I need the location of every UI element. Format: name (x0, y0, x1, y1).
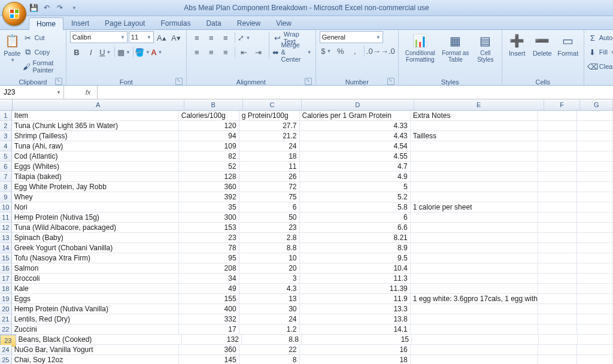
copy-button[interactable]: ⧉Copy (23, 46, 62, 59)
col-header[interactable]: A (13, 99, 184, 110)
name-box[interactable]: ▼ (0, 86, 64, 99)
cell[interactable]: 10.4 (300, 263, 411, 274)
cell[interactable]: 5.8 (300, 202, 411, 213)
cell[interactable] (538, 355, 577, 364)
cell[interactable] (538, 202, 577, 213)
cell[interactable]: 11.39 (300, 284, 411, 294)
cell[interactable]: 8.21 (300, 233, 411, 243)
cell[interactable] (411, 172, 538, 182)
cut-button[interactable]: ✂Cut (23, 31, 62, 44)
cell[interactable]: 109 (179, 141, 239, 151)
align-center-button[interactable]: ≡ (205, 46, 218, 59)
cell[interactable] (539, 335, 578, 345)
dialog-launcher-icon[interactable]: ⤡ (305, 78, 312, 85)
cell[interactable]: 35 (179, 202, 239, 213)
row-header[interactable]: 14 (0, 243, 12, 253)
cell[interactable] (538, 233, 577, 243)
tab-page-layout[interactable]: Page Layout (97, 17, 153, 29)
cell[interactable]: Greek Yogurt (Chobani Vanilla) (12, 243, 179, 253)
cell[interactable] (538, 111, 577, 121)
cell[interactable]: 300 (179, 213, 239, 223)
cell[interactable]: 1 egg white: 3.6gpro 17cals, 1 egg with … (411, 294, 538, 304)
cell[interactable] (538, 141, 577, 151)
tab-home[interactable]: Home (29, 17, 63, 30)
dialog-launcher-icon[interactable]: ⤡ (175, 78, 183, 85)
cell[interactable]: 30 (239, 304, 300, 314)
cell[interactable]: 4.9 (300, 172, 411, 182)
cell[interactable] (411, 253, 538, 263)
cell[interactable]: 17 (179, 324, 239, 335)
bold-button[interactable]: B (70, 46, 83, 59)
cell[interactable] (577, 274, 613, 284)
cell[interactable]: 5 (300, 182, 411, 192)
cell[interactable]: 21.2 (239, 131, 300, 141)
cell[interactable]: g Protein/100g (239, 111, 300, 121)
cell[interactable]: Egg White Protein, Jay Robb (12, 182, 179, 192)
cell[interactable] (578, 335, 613, 345)
cell[interactable]: 3 (239, 274, 300, 284)
undo-icon[interactable]: ↶ (42, 3, 51, 13)
formula-input[interactable] (98, 86, 613, 99)
cell[interactable]: 6 (300, 213, 411, 223)
currency-button[interactable]: $▼ (320, 44, 333, 57)
clear-button[interactable]: ⌫Clear▼ (588, 60, 613, 73)
col-header[interactable]: G (580, 99, 613, 110)
cell[interactable] (538, 345, 577, 355)
cell[interactable] (538, 192, 577, 202)
cell[interactable]: 14.1 (300, 324, 411, 335)
cell[interactable]: 4.55 (300, 151, 411, 162)
cell[interactable]: Cod (Atlantic) (12, 151, 179, 162)
border-button[interactable]: ▦▼ (117, 46, 131, 59)
tab-formulas[interactable]: Formulas (153, 17, 198, 29)
qat-dropdown-icon[interactable]: ▼ (69, 3, 79, 13)
shrink-font-button[interactable]: A▾ (169, 31, 183, 44)
cell[interactable] (538, 213, 577, 223)
cell[interactable]: 16 (300, 345, 411, 355)
cell[interactable]: 1 calorie per sheet (411, 202, 538, 213)
cell[interactable]: Eggs (12, 294, 179, 304)
row-header[interactable]: 15 (0, 253, 12, 263)
cell[interactable] (538, 284, 577, 294)
cell[interactable]: 13 (239, 294, 300, 304)
cell[interactable]: 72 (239, 182, 300, 192)
cell[interactable]: Hemp Protein (Nutiva 15g) (12, 213, 179, 223)
cell[interactable] (411, 233, 538, 243)
cell[interactable]: 11 (239, 162, 300, 172)
row-header[interactable]: 10 (0, 202, 12, 213)
increase-indent-button[interactable]: ⇥ (252, 46, 265, 59)
cell[interactable] (577, 131, 613, 141)
cell[interactable] (411, 213, 538, 223)
cell[interactable]: 208 (179, 263, 239, 274)
cell[interactable]: 400 (179, 304, 239, 314)
fill-color-button[interactable]: 🪣▼ (136, 46, 149, 59)
underline-button[interactable]: U▼ (99, 46, 112, 59)
cell[interactable] (538, 294, 577, 304)
cell[interactable]: 34 (179, 274, 239, 284)
cell[interactable] (411, 162, 538, 172)
cell[interactable]: 1.2 (239, 324, 300, 335)
format-as-table-button[interactable]: ▦Format as Table (441, 31, 471, 63)
cell[interactable]: Calories per 1 Gram Protein (300, 111, 411, 121)
cell[interactable] (577, 202, 613, 213)
cell[interactable]: 4.54 (300, 141, 411, 151)
cell[interactable] (577, 172, 613, 182)
cell[interactable]: 8.8 (242, 335, 302, 345)
row-header[interactable]: 18 (0, 284, 12, 294)
cell[interactable]: Salmon (12, 263, 179, 274)
cell[interactable] (538, 324, 577, 335)
fx-icon[interactable]: fx (79, 86, 98, 99)
conditional-formatting-button[interactable]: 📊Conditional Formatting (402, 31, 438, 63)
col-header[interactable]: C (243, 99, 302, 110)
cell[interactable]: Hemp Protein (Nutiva Vanilla) (12, 304, 179, 314)
merge-center-button[interactable]: ⬌Merge & Center▼ (272, 46, 311, 59)
cell[interactable]: 24 (239, 141, 300, 151)
tab-data[interactable]: Data (198, 17, 229, 29)
row-header[interactable]: 25 (0, 355, 12, 364)
cell[interactable] (411, 284, 538, 294)
cell[interactable] (577, 243, 613, 253)
cell[interactable] (411, 304, 538, 314)
row-header[interactable]: 2 (0, 121, 12, 131)
cell[interactable] (577, 213, 613, 223)
cell[interactable]: Extra Notes (411, 111, 538, 121)
comma-button[interactable]: , (348, 44, 362, 57)
